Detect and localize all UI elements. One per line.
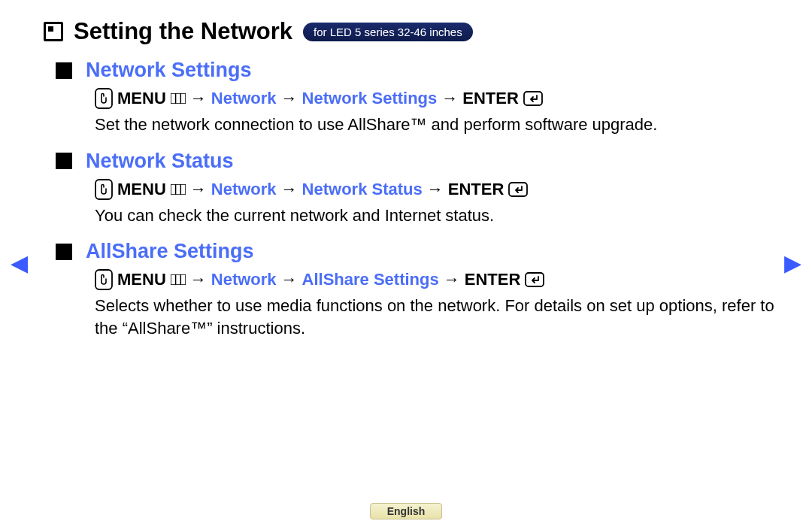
- section-desc-network-settings: Set the network connection to use AllSha…: [95, 114, 774, 136]
- section-desc-network-status: You can check the current network and In…: [95, 204, 774, 227]
- svg-rect-14: [526, 273, 544, 286]
- square-bullet-icon: [56, 62, 72, 79]
- enter-label: ENTER: [448, 180, 504, 199]
- menu-grid-icon: [171, 274, 186, 285]
- svg-rect-6: [171, 184, 186, 195]
- next-page-arrow[interactable]: ▶: [784, 250, 801, 276]
- section-marker-icon: [44, 22, 63, 41]
- page-title: Setting the Network: [74, 18, 292, 45]
- menu-label: MENU: [117, 89, 166, 108]
- menu-grid-icon: [171, 184, 186, 195]
- menu-label: MENU: [117, 180, 166, 199]
- section-title-network-status: Network Status: [86, 150, 234, 173]
- section-title-network-settings: Network Settings: [86, 59, 252, 82]
- section-title-allshare-settings: AllShare Settings: [86, 240, 254, 263]
- enter-label: ENTER: [462, 89, 519, 108]
- prev-page-arrow[interactable]: ◀: [11, 250, 28, 276]
- svg-rect-4: [524, 92, 542, 105]
- enter-label: ENTER: [465, 270, 521, 289]
- hand-icon: [95, 88, 113, 109]
- menu-path-network-settings: MENU → Network → Network Settings → ENTE…: [95, 88, 774, 109]
- svg-rect-5: [95, 180, 112, 199]
- language-badge: English: [370, 503, 443, 519]
- square-bullet-icon: [56, 153, 72, 169]
- svg-rect-1: [171, 93, 186, 104]
- section-desc-allshare-settings: Selects whether to use media functions o…: [95, 295, 774, 339]
- svg-rect-9: [509, 183, 527, 196]
- enter-icon: [525, 272, 544, 287]
- model-badge: for LED 5 series 32-46 inches: [303, 23, 473, 41]
- hand-icon: [95, 179, 113, 200]
- svg-rect-0: [95, 89, 112, 108]
- enter-icon: [523, 91, 543, 106]
- menu-grid-icon: [171, 93, 186, 104]
- square-bullet-icon: [56, 244, 72, 260]
- hand-icon: [95, 269, 113, 290]
- svg-rect-11: [171, 274, 186, 285]
- menu-path-allshare-settings: MENU → Network → AllShare Settings → ENT…: [95, 269, 774, 290]
- menu-path-network-status: MENU → Network → Network Status → ENTER: [95, 179, 774, 200]
- svg-rect-10: [95, 270, 112, 289]
- enter-icon: [508, 182, 528, 197]
- menu-label: MENU: [117, 270, 166, 289]
